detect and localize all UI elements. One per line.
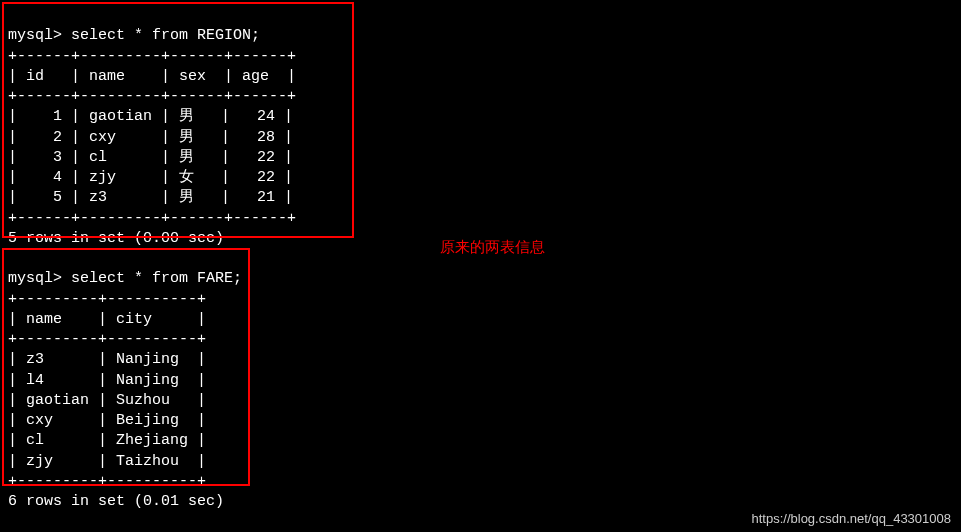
table1-row: | 3 | cl | 男 | 22 |	[8, 149, 293, 166]
table2-row: | zjy | Taizhou |	[8, 453, 206, 470]
table2-row: | l4 | Nanjing |	[8, 372, 206, 389]
annotation-label: 原来的两表信息	[440, 238, 545, 257]
table1-divider-top: +------+---------+------+------+	[8, 48, 296, 65]
sql-query-2: select * from FARE;	[71, 270, 242, 287]
table2-row: | cl | Zhejiang |	[8, 432, 206, 449]
table1-row: | 1 | gaotian | 男 | 24 |	[8, 108, 293, 125]
table1-row: | 5 | z3 | 男 | 21 |	[8, 189, 293, 206]
table1-divider-mid: +------+---------+------+------+	[8, 88, 296, 105]
table2-row: | gaotian | Suzhou |	[8, 392, 206, 409]
table2-divider-mid: +---------+----------+	[8, 331, 206, 348]
watermark-text: https://blog.csdn.net/qq_43301008	[752, 511, 952, 526]
table2-row: | cxy | Beijing |	[8, 412, 206, 429]
prompt-line-2: mysql> select * from FARE;	[8, 270, 242, 287]
table1-header: | id | name | sex | age |	[8, 68, 296, 85]
mysql-prompt: mysql>	[8, 27, 71, 44]
table2-divider-top: +---------+----------+	[8, 291, 206, 308]
table1-footer: 5 rows in set (0.00 sec)	[8, 230, 224, 247]
table2-footer: 6 rows in set (0.01 sec)	[8, 493, 224, 510]
table1-row: | 4 | zjy | 女 | 22 |	[8, 169, 293, 186]
table1-row: | 2 | cxy | 男 | 28 |	[8, 129, 293, 146]
table2-header: | name | city |	[8, 311, 206, 328]
table1-divider-bottom: +------+---------+------+------+	[8, 210, 296, 227]
sql-query-1: select * from REGION;	[71, 27, 260, 44]
prompt-line-1: mysql> select * from REGION;	[8, 27, 260, 44]
terminal-output: mysql> select * from REGION; +------+---…	[0, 0, 961, 518]
table2-row: | z3 | Nanjing |	[8, 351, 206, 368]
table2-divider-bottom: +---------+----------+	[8, 473, 206, 490]
mysql-prompt: mysql>	[8, 270, 71, 287]
